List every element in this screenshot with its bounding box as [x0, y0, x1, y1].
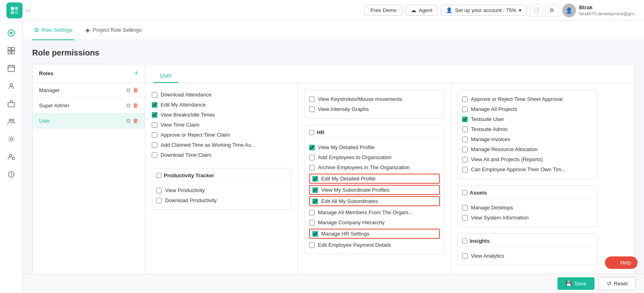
- svg-point-17: [12, 119, 14, 121]
- perm-download-time-claim: Download Time Claim: [152, 150, 291, 160]
- user-email: btrak670-development@gm...: [579, 11, 638, 16]
- svg-rect-6: [8, 47, 11, 50]
- perm-view-my-profile: View My Detailed Profile: [309, 142, 440, 152]
- copy-role-manager[interactable]: ⧉: [126, 87, 130, 94]
- role-settings-icon: ⚙: [34, 27, 39, 34]
- sidebar-item-history[interactable]: [3, 166, 19, 182]
- checkbox-view-analytics[interactable]: [462, 253, 468, 259]
- checkbox-approve-timesheet[interactable]: [462, 96, 468, 102]
- checkbox-manage-company-hierarchy[interactable]: [309, 220, 315, 225]
- agent-icon: ☁: [411, 7, 416, 13]
- delete-role-manager[interactable]: 🗑: [133, 87, 138, 94]
- svg-rect-15: [8, 102, 14, 107]
- perm-download-attendance: Download Attendance: [152, 90, 291, 100]
- copy-role-user[interactable]: ⧉: [126, 117, 130, 124]
- copy-role-superadmin[interactable]: ⧉: [126, 102, 130, 109]
- checkbox-view-keystrokes[interactable]: [309, 96, 315, 102]
- sidebar: [0, 21, 23, 293]
- checkbox-productivity-group[interactable]: [156, 173, 161, 178]
- sidebar-item-dashboard[interactable]: [3, 43, 19, 59]
- checkbox-view-productivity[interactable]: [156, 188, 162, 193]
- productivity-group: Productivity Tracker View Productivity D…: [152, 168, 291, 210]
- setup-button[interactable]: 👤 Set up your account : 75% ▾: [441, 5, 526, 16]
- checkbox-add-employees[interactable]: [309, 155, 315, 160]
- checkbox-download-time-claim[interactable]: [152, 152, 157, 158]
- perm-manage-all-members: Manage All Members From The Organi...: [309, 207, 440, 217]
- sidebar-item-briefcase[interactable]: [3, 96, 19, 112]
- checkbox-insights-group[interactable]: [462, 238, 467, 244]
- delete-role-superadmin[interactable]: 🗑: [133, 102, 138, 109]
- user-setup-icon: 👤: [446, 7, 452, 13]
- checkbox-add-claimed-time[interactable]: [152, 142, 157, 148]
- checkbox-hr-group[interactable]: [309, 130, 314, 135]
- checkbox-download-attendance[interactable]: [152, 92, 157, 98]
- checkbox-download-productivity[interactable]: [156, 198, 162, 203]
- checkbox-view-breaks[interactable]: [152, 112, 157, 118]
- perm-view-all-projects: View All and Projects (Reports): [462, 154, 593, 164]
- permissions-col-3: Approve or Reject Time Sheet Approval Ma…: [451, 83, 604, 293]
- checkbox-testsuite-user[interactable]: [462, 117, 468, 122]
- checkbox-view-time-claim[interactable]: [152, 122, 157, 128]
- main-wrap: ⚙ Role Settings ◈ Project Role Settings …: [23, 21, 644, 293]
- perm-testsuite-user: Testsuite User: [462, 114, 593, 124]
- checkbox-employee-approve-own[interactable]: [462, 167, 468, 172]
- settings-icon[interactable]: ⚙: [545, 4, 558, 17]
- nav-expand-icon[interactable]: ››: [26, 6, 31, 14]
- checkbox-view-subordinate-profiles[interactable]: [312, 187, 318, 193]
- permissions-col-2: View Keystrokes/Mouse movements View Int…: [298, 83, 451, 293]
- checkbox-edit-payment-details[interactable]: [309, 242, 315, 248]
- checkbox-archive-employees[interactable]: [309, 165, 315, 170]
- checkbox-view-system-info[interactable]: [462, 215, 468, 221]
- checkbox-manage-all-members[interactable]: [309, 210, 315, 215]
- checkbox-edit-my-profile[interactable]: [312, 176, 318, 182]
- role-item-user[interactable]: User ⧉ 🗑: [33, 113, 145, 129]
- delete-role-user[interactable]: 🗑: [133, 117, 138, 124]
- checkbox-view-all-projects[interactable]: [462, 157, 468, 162]
- role-item-superadmin[interactable]: Super Admin ⧉ 🗑: [33, 98, 145, 113]
- sidebar-item-gear[interactable]: [3, 131, 19, 147]
- user-tab-bar: User: [145, 64, 634, 83]
- perm-approve-timesheet: Approve or Reject Time Sheet Approval: [462, 94, 593, 104]
- free-demo-button[interactable]: Free Demo: [364, 5, 402, 16]
- checkbox-edit-all-subordinates[interactable]: [312, 199, 318, 204]
- checkbox-edit-attendance[interactable]: [152, 102, 157, 108]
- perm-approve-time-claim: Approve or Reject Time Claim: [152, 130, 291, 140]
- svg-rect-2: [11, 11, 14, 14]
- roles-header-label: Roles: [39, 70, 53, 76]
- sidebar-item-analytics[interactable]: [3, 25, 19, 41]
- topnav: ›› Free Demo ☁ Agent 👤 Set up your accou…: [0, 0, 644, 21]
- checkbox-manage-hr-settings[interactable]: [312, 231, 318, 237]
- perm-view-breaks: View Breaks/Idle Times: [152, 110, 291, 120]
- user-profile[interactable]: 👤 Btrak btrak670-development@gm...: [562, 4, 638, 17]
- add-role-button[interactable]: +: [134, 69, 138, 78]
- sidebar-item-person-settings[interactable]: [3, 149, 19, 165]
- reset-button[interactable]: ↺ Reset: [599, 277, 636, 290]
- help-button[interactable]: ❓ Help: [605, 256, 638, 269]
- perm-view-time-claim: View Time Claim: [152, 120, 291, 130]
- perm-edit-my-profile: Edit My Detailed Profile: [309, 174, 440, 184]
- user-role-tab[interactable]: User: [153, 69, 178, 83]
- checkbox-testsuite-admin[interactable]: [462, 127, 468, 132]
- document-icon[interactable]: 📄: [530, 4, 543, 17]
- checkbox-view-my-profile[interactable]: [309, 145, 315, 150]
- checkbox-manage-resource-allocation[interactable]: [462, 147, 468, 152]
- svg-rect-1: [15, 7, 18, 10]
- hr-header: HR: [309, 129, 440, 138]
- svg-point-16: [9, 119, 11, 121]
- checkbox-manage-all-projects[interactable]: [462, 107, 468, 112]
- agent-button[interactable]: ☁ Agent: [406, 5, 438, 16]
- role-item-manager[interactable]: Manager ⧉ 🗑: [33, 83, 145, 98]
- roles-header: Roles +: [33, 64, 145, 83]
- checkbox-approve-time-claim[interactable]: [152, 132, 157, 138]
- tab-role-settings[interactable]: ⚙ Role Settings: [32, 21, 74, 40]
- checkbox-assets-group[interactable]: [462, 190, 467, 195]
- tab-project-role-settings[interactable]: ◈ Project Role Settings: [84, 21, 143, 40]
- checkbox-manage-desktops[interactable]: [462, 205, 468, 211]
- sidebar-item-calendar[interactable]: [3, 60, 19, 76]
- perm-download-productivity: Download Productivity: [156, 195, 287, 205]
- sidebar-item-team[interactable]: [3, 113, 19, 129]
- save-button[interactable]: 💾 Save: [557, 277, 594, 290]
- checkbox-view-intensity[interactable]: [309, 107, 315, 112]
- sidebar-item-users[interactable]: [3, 78, 19, 94]
- checkbox-manage-invoices[interactable]: [462, 137, 468, 142]
